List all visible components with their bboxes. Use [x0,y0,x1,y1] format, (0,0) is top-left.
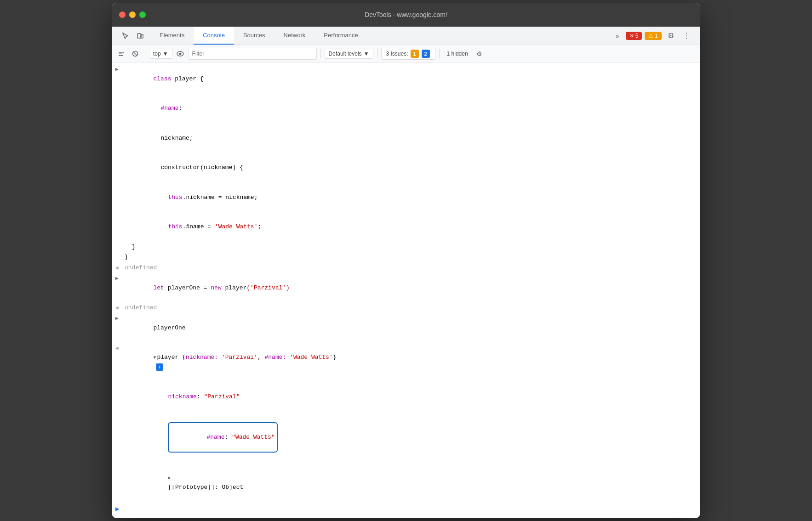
svg-rect-3 [119,53,122,54]
console-toolbar: top ▼ Default levels ▼ 3 Issues: 1 2 [112,45,700,62]
chevron-down-icon: ▼ [163,51,168,57]
tab-console[interactable]: Console [194,27,234,45]
code-playerone: playerOne [125,314,697,342]
tab-performance[interactable]: Performance [315,27,367,45]
traffic-lights [119,11,146,18]
tab-bar-icons [115,27,150,45]
code-hashname-value: #name: "Wade Watts" [139,412,697,463]
line-close-class: ▶ } [112,252,700,263]
code-this-nickname: this.nickname = nickname; [139,183,697,212]
line-constructor: ▶ constructor(nickname) { [112,153,700,182]
error-icon: ✕ [629,33,634,39]
code-undefined-1: undefined [125,263,697,273]
tab-network[interactable]: Network [274,27,315,45]
code-object-result: ▼player {nickname: 'Parzival', #name: 'W… [125,344,697,382]
line-class-declaration: ▶ class player { [112,64,700,94]
line-object-result: ◀ ▼player {nickname: 'Parzival', #name: … [112,343,700,382]
window-title: DevTools - www.google.com/ [365,11,447,18]
line-prototype: ▶ ▶ [[Prototype]]: Object [112,463,700,502]
close-button[interactable] [119,11,126,18]
code-this-hashname: this.#name = 'Wade Watts'; [139,213,697,241]
separator-2 [320,49,321,58]
issues-button[interactable]: 3 Issues: 1 2 [381,48,435,60]
clear-console-button[interactable] [115,48,127,60]
result-arrow-1: ◀ [115,263,125,272]
line-this-nickname: ▶ this.nickname = nickname; [112,183,700,212]
tab-sources[interactable]: Sources [234,27,274,45]
prototype-expand-arrow[interactable]: ▶ [168,475,171,482]
console-prompt[interactable]: ▶ [112,502,700,516]
svg-point-8 [179,52,181,55]
highlighted-hashname: #name: "Wade Watts" [168,422,277,453]
devtools-window: DevTools - www.google.com/ Elements Cons [112,3,700,518]
line-nickname-decl: ▶ nickname; [112,124,700,153]
line-nickname-value: ▶ nickname: "Parzival" [112,382,700,412]
tab-bar-right: » ✕ 5 ⚠ 1 ⚙ ⋮ [608,27,697,45]
more-options-button[interactable]: ⋮ [680,29,693,42]
line-let-playerone: ▶ let playerOne = new player('Parzival') [112,273,700,303]
svg-line-6 [133,52,137,56]
svg-rect-2 [119,52,124,53]
result-arrow-2: ◀ [115,303,125,312]
line-hash-name: ▶ #name; [112,94,700,124]
prompt-arrow: ▶ [115,504,125,514]
code-hash-name: #name; [132,95,697,123]
filter-input[interactable] [188,48,317,60]
default-levels-button[interactable]: Default levels ▼ [325,49,373,59]
line-close-constructor: ▶ } [112,242,700,253]
code-let-playerone: let playerOne = new player('Parzival') [125,274,697,302]
separator-1 [145,49,145,58]
maximize-button[interactable] [139,11,146,18]
code-nickname-value: nickname: "Parzival" [139,383,697,411]
code-undefined-2: undefined [125,303,697,313]
chat-issue-badge: 2 [422,50,430,58]
result-arrow-3: ◀ [115,344,125,353]
warning-issue-badge: 1 [411,50,419,58]
code-constructor: constructor(nickname) { [132,153,697,182]
context-selector[interactable]: top ▼ [149,49,172,59]
eye-button[interactable] [174,48,186,60]
inspect-element-button[interactable] [119,29,132,42]
info-icon[interactable]: i [156,363,163,371]
console-content: ▶ class player { ▶ #name; ▶ nickname; ▶ … [112,62,700,518]
svg-rect-1 [141,34,143,38]
hidden-button[interactable]: 1 hidden [443,49,472,58]
more-tabs-button[interactable]: » [612,30,623,41]
separator-4 [439,49,440,58]
chevron-down-icon-levels: ▼ [364,51,369,57]
tab-bar: Elements Console Sources Network Perform… [112,27,700,45]
console-settings-button[interactable]: ⚙ [474,48,486,60]
code-nickname-decl: nickname; [132,124,697,153]
line-hashname-value: ▶ #name: "Wade Watts" [112,412,700,463]
title-bar: DevTools - www.google.com/ [112,3,700,27]
error-badge[interactable]: ✕ 5 [626,32,642,40]
warning-icon: ⚠ [648,33,653,39]
expand-arrow-1[interactable]: ▶ [115,65,125,74]
expand-arrow-2[interactable]: ▶ [115,274,125,283]
expand-arrow-3[interactable]: ▶ [115,314,125,323]
svg-rect-0 [137,34,141,38]
code-close-class: } [125,253,697,262]
svg-rect-4 [119,55,123,56]
minimize-button[interactable] [129,11,136,18]
line-this-hashname: ▶ this.#name = 'Wade Watts'; [112,212,700,242]
object-expand-arrow[interactable]: ▼ [153,354,156,362]
code-class-declaration: class player { [125,65,697,93]
block-button[interactable] [129,48,141,60]
line-undefined-1: ◀ undefined [112,263,700,273]
separator-3 [377,49,377,58]
code-close-constructor: } [132,243,697,252]
device-toolbar-button[interactable] [134,29,147,42]
tab-elements[interactable]: Elements [150,27,194,45]
tabs: Elements Console Sources Network Perform… [150,27,608,45]
settings-button[interactable]: ⚙ [664,29,677,42]
line-playerone-input: ▶ playerOne [112,313,700,343]
warning-badge[interactable]: ⚠ 1 [645,32,662,40]
line-undefined-2: ◀ undefined [112,303,700,313]
code-prototype: ▶ [[Prototype]]: Object [139,464,697,502]
